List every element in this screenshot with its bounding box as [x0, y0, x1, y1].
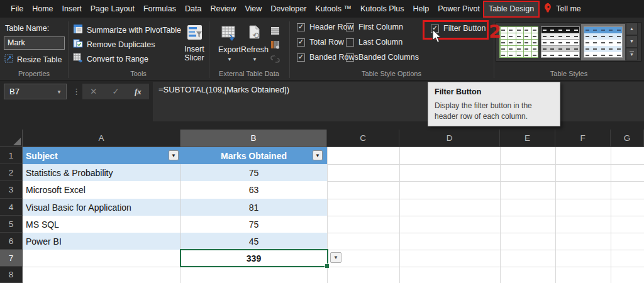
table-style-dark-header[interactable]: [541, 26, 580, 58]
ribbon-tab-insert[interactable]: Insert: [58, 2, 86, 16]
table-style-light-green[interactable]: [499, 26, 538, 58]
styles-scroll-down-button[interactable]: ▼: [626, 35, 638, 48]
enter-button[interactable]: ✓: [113, 87, 119, 96]
svg-text:⟲: ⟲: [252, 31, 259, 40]
row-header-1[interactable]: 1: [0, 147, 23, 164]
name-box-caret-icon[interactable]: ▼: [57, 84, 62, 100]
tools-button-convert-to-range[interactable]: Convert to Range: [73, 53, 148, 65]
cell-b5-marks[interactable]: 75: [180, 216, 327, 233]
ribbon-tab-developer[interactable]: Developer: [266, 2, 311, 16]
table-name-input[interactable]: Mark: [4, 36, 65, 50]
row-header-7[interactable]: 7: [0, 250, 23, 267]
gridline: [399, 147, 400, 283]
insert-function-button[interactable]: fx: [135, 87, 142, 97]
cell-a2-subject[interactable]: Statistics & Probability: [23, 164, 180, 181]
checkbox-banded-columns[interactable]: Banded Columns: [346, 53, 419, 62]
ribbon-tab-bar: FileHomeInsertPage LayoutFormulasDataRev…: [0, 0, 644, 18]
ribbon-tab-view[interactable]: View: [240, 2, 266, 16]
row-header-2[interactable]: 2: [0, 164, 23, 181]
style-preview-row: [541, 27, 579, 33]
fill-handle[interactable]: [325, 264, 329, 268]
table-properties-button[interactable]: [269, 25, 280, 36]
checkbox-box[interactable]: [431, 25, 439, 33]
cell-b4-marks[interactable]: 81: [180, 199, 327, 216]
checkbox-box[interactable]: [297, 23, 305, 31]
cell-a3-subject[interactable]: Microsoft Excel: [23, 181, 180, 199]
ribbon-tab-table-design[interactable]: Table Design: [484, 2, 538, 16]
styles-more-button[interactable]: ▼: [626, 48, 638, 60]
group-label: Tools: [68, 70, 209, 79]
name-box[interactable]: B7 ▼: [4, 84, 67, 99]
total-row-function-dropdown[interactable]: ▼: [330, 252, 341, 263]
style-preview-row: [500, 46, 538, 52]
tools-button-remove-duplicates[interactable]: Remove Duplicates: [73, 38, 155, 50]
ribbon-tab-formulas[interactable]: Formulas: [139, 2, 180, 16]
style-preview-row: [541, 46, 579, 52]
column-header-e[interactable]: E: [500, 130, 555, 147]
cell-a4-subject[interactable]: Visual Basic for Application: [23, 199, 180, 216]
ribbon-tab-file[interactable]: File: [6, 2, 28, 16]
column-header-f[interactable]: F: [555, 130, 611, 147]
row-header-8[interactable]: 8: [0, 267, 23, 283]
cell-b1-header[interactable]: Marks Obtained: [180, 147, 327, 164]
checkbox-box[interactable]: [297, 53, 305, 62]
checkbox-last-column[interactable]: Last Column: [346, 38, 402, 47]
filter-button-tooltip: Filter Button Display the filter button …: [428, 82, 560, 126]
select-all-corner[interactable]: [0, 130, 23, 147]
formula-buttons: ✕ ✓ fx: [82, 84, 149, 99]
ribbon-tab-review[interactable]: Review: [206, 2, 240, 16]
checkbox-total-row[interactable]: Total Row: [297, 38, 344, 47]
table-style-light-blue[interactable]: [584, 26, 623, 58]
style-preview-row: [541, 40, 579, 46]
column-header-a[interactable]: A: [23, 130, 180, 147]
row-header-4[interactable]: 4: [0, 199, 23, 216]
filter-dropdown-subject[interactable]: ▼: [169, 150, 179, 160]
style-preview-row: [541, 52, 579, 58]
ribbon-tab-data[interactable]: Data: [180, 2, 206, 16]
ribbon-tab-home[interactable]: Home: [28, 2, 57, 16]
checkbox-box[interactable]: [346, 23, 354, 31]
cell-a1-header[interactable]: Subject: [23, 147, 180, 164]
cell-a6-subject[interactable]: Power BI: [23, 233, 180, 250]
checkbox-box[interactable]: [346, 38, 354, 47]
ribbon-tab-kutools-plus[interactable]: Kutools Plus: [356, 2, 408, 16]
cell-b2-marks[interactable]: 75: [180, 164, 327, 181]
cell-b6-marks[interactable]: 45: [180, 233, 327, 250]
ribbon-tab-kutools[interactable]: Kutools ™: [311, 2, 356, 16]
ribbon-tab-page-layout[interactable]: Page Layout: [86, 2, 139, 16]
column-header-d[interactable]: D: [399, 130, 500, 147]
column-header-c[interactable]: C: [327, 130, 399, 147]
cell-b7-total[interactable]: 339: [180, 250, 327, 267]
style-preview-row: [584, 46, 622, 52]
column-header-g[interactable]: G: [611, 130, 644, 147]
row-header-3[interactable]: 3: [0, 181, 23, 199]
checkbox-filter-button[interactable]: Filter Button: [431, 24, 486, 33]
ribbon-tab-help[interactable]: Help: [408, 2, 433, 16]
refresh-button[interactable]: ⟲ Refresh ▼: [238, 25, 272, 63]
row-header-5[interactable]: 5: [0, 216, 23, 233]
tell-me-label: Tell me: [556, 2, 581, 16]
gridline: [555, 147, 556, 283]
column-header-b[interactable]: B: [180, 130, 327, 147]
formula-input[interactable]: =SUBTOTAL(109,[Marks Obtained]): [153, 82, 644, 121]
checkbox-first-column[interactable]: First Column: [346, 23, 403, 31]
group-label: Table Style Options: [289, 70, 494, 79]
checkbox-header-row[interactable]: Header Row: [297, 23, 353, 31]
styles-scroll-up-button[interactable]: ▲: [626, 23, 638, 35]
row-header-6[interactable]: 6: [0, 233, 23, 250]
checkbox-box[interactable]: [346, 53, 354, 62]
cancel-button[interactable]: ✕: [90, 87, 97, 96]
cell-a5-subject[interactable]: MS SQL: [23, 216, 180, 233]
resize-table-button[interactable]: Resize Table: [4, 54, 62, 65]
table-styles-gallery: ▲▼▼: [496, 22, 641, 62]
filter-dropdown-marks[interactable]: ▼: [313, 150, 323, 160]
cell-a7-total-row[interactable]: [23, 250, 180, 267]
tell-me-button[interactable]: Tell me: [538, 2, 586, 16]
open-in-browser-button[interactable]: [269, 39, 280, 50]
cell-b3-marks[interactable]: 63: [180, 181, 327, 199]
tools-button-summarize-with-pivottable[interactable]: Summarize with PivotTable: [73, 24, 181, 36]
style-preview-row: [584, 27, 622, 33]
ribbon-tab-power-pivot[interactable]: Power Pivot: [433, 2, 484, 16]
checkbox-box[interactable]: [297, 38, 305, 47]
unlink-button[interactable]: [269, 53, 280, 65]
